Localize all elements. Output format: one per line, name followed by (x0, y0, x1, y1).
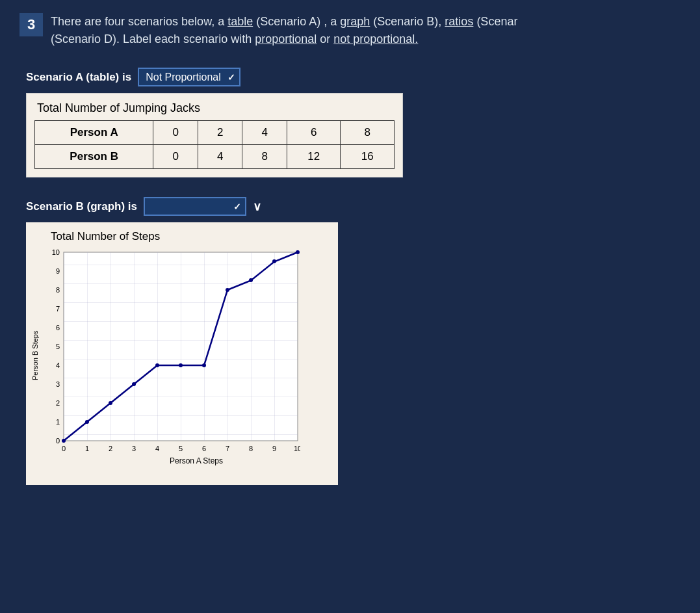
data-point-9 (272, 259, 276, 263)
chevron-down-icon: ∨ (253, 200, 261, 214)
data-point-1 (85, 420, 89, 424)
x-tick-8: 8 (249, 445, 253, 452)
scenario-b-label-text: Scenario B (graph) is (26, 200, 137, 213)
chart-inner: 10 9 8 7 6 5 4 3 2 1 0 0 1 2 3 4 (40, 246, 333, 465)
graph-title-text: Total Number of Steps (51, 230, 160, 242)
x-tick-1: 1 (85, 445, 89, 452)
data-point-4 (155, 363, 159, 367)
data-point-3 (132, 382, 136, 386)
x-tick-7: 7 (226, 445, 229, 452)
x-tick-3: 3 (132, 445, 136, 452)
y-tick-2: 2 (56, 399, 60, 407)
scenario-b-block: Scenario B (graph) is Proportional Not P… (19, 197, 681, 485)
person-a-val-3: 6 (287, 121, 340, 145)
x-tick-10: 10 (294, 445, 300, 452)
question-text: There are four scenarios below, a table … (51, 13, 517, 48)
person-a-val-2: 4 (242, 121, 287, 145)
person-a-val-0: 0 (153, 121, 198, 145)
table-link: table (227, 15, 253, 28)
data-point-8 (249, 278, 253, 282)
scenario-a-block: Scenario A (table) is Not Proportional P… (19, 68, 681, 177)
person-b-val-4: 16 (341, 145, 395, 169)
scenario-b-graph-container: Total Number of Steps Person B Steps (26, 222, 338, 485)
chart-area: Person B Steps 10 9 8 (31, 246, 333, 465)
data-point-5 (179, 363, 183, 367)
scenario-a-dropdown-wrapper: Not Proportional Proportional (138, 68, 240, 86)
scenario-a-dropdown[interactable]: Not Proportional Proportional (138, 68, 240, 86)
y-tick-4: 4 (56, 361, 60, 369)
data-point-6 (202, 363, 206, 367)
x-axis-label: Person A Steps (40, 456, 333, 465)
x-tick-0: 0 (62, 445, 66, 452)
x-tick-6: 6 (202, 445, 206, 452)
scenario-a-table-container: Total Number of Jumping Jacks Person A 0… (26, 93, 403, 177)
scenario-b-label: Scenario B (graph) is Proportional Not P… (26, 197, 681, 216)
y-tick-5: 5 (56, 343, 60, 350)
person-a-val-1: 2 (198, 121, 242, 145)
data-point-2 (109, 401, 112, 405)
graph-link: graph (340, 15, 370, 28)
scenario-b-dropdown[interactable]: Proportional Not Proportional (144, 197, 246, 216)
person-a-val-4: 8 (341, 121, 395, 145)
table-row-person-a: Person A 0 2 4 6 8 (35, 121, 395, 145)
person-b-val-2: 8 (242, 145, 287, 169)
not-proportional-link: not proportional. (333, 33, 418, 46)
y-tick-6: 6 (56, 324, 60, 332)
question-header: 3 There are four scenarios below, a tabl… (19, 13, 681, 48)
x-tick-2: 2 (109, 445, 112, 452)
y-axis-label: Person B Steps (31, 246, 39, 465)
scenario-a-label: Scenario A (table) is Not Proportional P… (26, 68, 681, 86)
y-tick-7: 7 (56, 305, 60, 313)
table-title: Total Number of Jumping Jacks (34, 101, 395, 115)
scenario-b-dropdown-wrapper: Proportional Not Proportional (144, 197, 246, 216)
scenario-a-label-text: Scenario A (table) is (26, 71, 131, 84)
y-tick-9: 9 (56, 267, 60, 275)
person-a-label: Person A (35, 121, 153, 145)
data-point-0 (62, 439, 66, 443)
jumping-jacks-table: Person A 0 2 4 6 8 Person B 0 4 8 12 16 (34, 120, 395, 169)
graph-title: Total Number of Steps (31, 230, 333, 243)
y-tick-0: 0 (56, 437, 60, 445)
person-b-val-0: 0 (153, 145, 198, 169)
table-row-person-b: Person B 0 4 8 12 16 (35, 145, 395, 169)
chart-svg: 10 9 8 7 6 5 4 3 2 1 0 0 1 2 3 4 (40, 246, 300, 454)
data-point-7 (226, 288, 229, 292)
x-tick-5: 5 (179, 445, 183, 452)
person-b-val-3: 12 (287, 145, 340, 169)
person-b-val-1: 4 (198, 145, 242, 169)
x-tick-4: 4 (155, 445, 159, 452)
x-tick-9: 9 (272, 445, 276, 452)
y-tick-3: 3 (56, 380, 60, 388)
person-b-label: Person B (35, 145, 153, 169)
y-tick-8: 8 (56, 286, 60, 294)
ratios-link: ratios (445, 15, 473, 28)
y-tick-1: 1 (56, 418, 60, 426)
data-point-10 (296, 250, 300, 254)
proportional-link: proportional (255, 33, 317, 46)
y-tick-10: 10 (52, 248, 60, 256)
question-number: 3 (19, 13, 43, 36)
